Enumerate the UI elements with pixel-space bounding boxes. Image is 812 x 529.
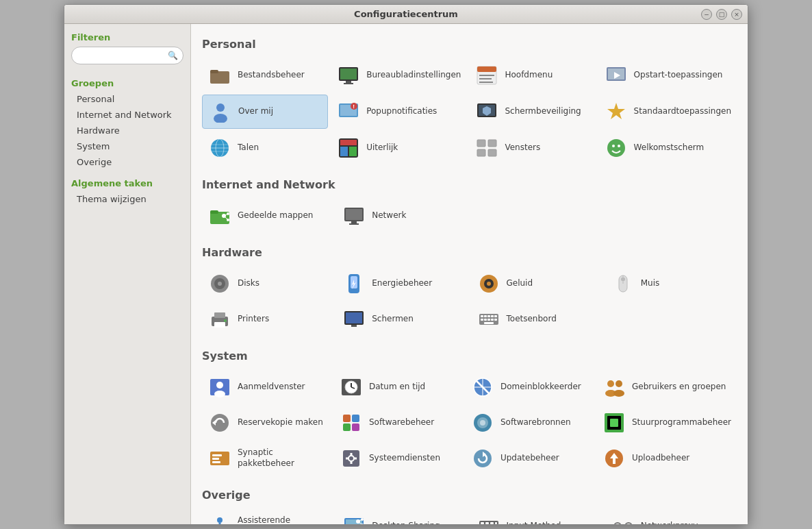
- item-toetsenbord[interactable]: Toetsenbord: [471, 303, 602, 336]
- minimize-button[interactable]: −: [701, 9, 712, 20]
- input-method-label: Input Method: [507, 521, 561, 524]
- item-netwerkproxy[interactable]: Netwerkproxy: [605, 510, 737, 524]
- energiebeheer-icon: [342, 271, 366, 296]
- vensters-icon: [474, 136, 499, 160]
- gebruikers-groepen-label: Gebruikers en groepen: [632, 382, 726, 393]
- item-vensters[interactable]: Vensters: [469, 132, 595, 164]
- systeemdiensten-icon: [339, 446, 364, 471]
- svg-rect-68: [351, 325, 357, 327]
- item-stuurprogrammabeheer[interactable]: Stuurprogrammabeheer: [596, 406, 737, 439]
- systeemdiensten-label: Systeemdiensten: [369, 453, 440, 464]
- item-talen[interactable]: Talen: [202, 132, 328, 164]
- svg-rect-71: [484, 315, 487, 317]
- content-area: Filteren 🔍 Groepen Personal Internet and…: [64, 24, 748, 524]
- svg-point-140: [614, 523, 621, 524]
- svg-rect-76: [484, 319, 487, 321]
- item-systeemdiensten[interactable]: Systeemdiensten: [333, 442, 462, 475]
- item-aanmeldvenster[interactable]: Aanmeldvenster: [202, 371, 331, 404]
- section-grid-system: AanmeldvensterDatum en tijdDomeinblokkee…: [202, 371, 737, 475]
- item-assisterende[interactable]: Assisterende technologieën: [202, 510, 333, 524]
- svg-rect-29: [340, 140, 357, 145]
- svg-rect-78: [491, 319, 494, 321]
- item-uiterlijk[interactable]: Uiterlijk: [331, 132, 466, 164]
- sidebar-item-system[interactable]: System: [71, 138, 183, 154]
- item-disks[interactable]: Disks: [202, 267, 333, 300]
- window-controls: − □ ×: [701, 9, 742, 20]
- item-gebruikers-groepen[interactable]: Gebruikers en groepen: [596, 371, 737, 404]
- item-softwarebeheer[interactable]: Softwarebeheer: [333, 406, 462, 439]
- svg-rect-30: [340, 147, 348, 156]
- item-schermbeveiliging[interactable]: Schermbeveiliging: [469, 95, 595, 129]
- item-updatebeheer[interactable]: Updatebeheer: [465, 442, 594, 475]
- svg-point-105: [480, 420, 485, 426]
- softwarebronnen-icon: [470, 410, 495, 435]
- popupnotificaties-label: Popupnotificaties: [366, 106, 437, 117]
- toetsenbord-label: Toetsenbord: [507, 314, 557, 325]
- domeinblokkeerder-icon: [470, 375, 495, 399]
- svg-rect-40: [210, 210, 218, 214]
- item-reservekopie[interactable]: Reservekopie maken: [202, 406, 331, 439]
- input-method-icon: [477, 514, 501, 524]
- section-grid-hardware: DisksEnergiebeheerGeluidMuisPrintersSche…: [202, 267, 737, 336]
- svg-rect-135: [490, 522, 494, 524]
- svg-rect-8: [479, 75, 494, 76]
- sidebar-item-internet[interactable]: Internet and Network: [71, 107, 183, 123]
- item-uploadbeheer[interactable]: Uploadbeheer: [596, 442, 737, 475]
- titlebar: Configuratiecentrum − □ ×: [64, 5, 748, 24]
- tasks-label: Algemene taken: [71, 178, 183, 188]
- hoofdmenu-icon: [474, 63, 499, 88]
- item-hoofdmenu[interactable]: Hoofdmenu: [469, 59, 595, 92]
- item-softwarebronnen[interactable]: Softwarebronnen: [465, 406, 594, 439]
- item-muis[interactable]: Muis: [605, 267, 737, 300]
- item-gedeelde-mappen[interactable]: Gedeelde mappen: [202, 199, 333, 232]
- section-header-internet: Internet and Network: [202, 178, 737, 191]
- item-printers[interactable]: Printers: [202, 303, 333, 336]
- tasks-section: Algemene taken Thema wijzigen: [64, 173, 190, 210]
- sidebar-item-personal[interactable]: Personal: [71, 91, 183, 107]
- item-desktop-sharing[interactable]: Desktop Sharing: [336, 510, 468, 524]
- item-netwerk[interactable]: Netwerk: [336, 199, 468, 232]
- datum-tijd-label: Datum en tijd: [369, 382, 425, 393]
- item-welkomstscherm[interactable]: Welkomstscherm: [598, 132, 737, 164]
- svg-rect-74: [494, 315, 497, 317]
- close-button[interactable]: ×: [731, 9, 742, 20]
- item-popupnotificaties[interactable]: !Popupnotificaties: [331, 95, 466, 129]
- schermen-label: Schermen: [372, 314, 414, 325]
- uploadbeheer-label: Uploadbeheer: [632, 453, 689, 464]
- opstart-toepassingen-label: Opstart-toepassingen: [634, 70, 723, 81]
- item-over-mij[interactable]: Over mij: [202, 95, 328, 129]
- item-bureaubladinstellingen[interactable]: Bureaubladinstellingen: [331, 59, 466, 92]
- stuurprogrammabeheer-label: Stuurprogrammabeheer: [632, 417, 731, 428]
- item-opstart-toepassingen[interactable]: Opstart-toepassingen: [598, 59, 737, 92]
- standaardtoepassingen-label: Standaardtoepassingen: [634, 106, 731, 117]
- item-synaptic[interactable]: Synaptic pakketbeheer: [202, 442, 331, 475]
- svg-rect-79: [494, 319, 497, 321]
- sidebar-item-overige[interactable]: Overige: [71, 154, 183, 170]
- item-standaardtoepassingen[interactable]: Standaardtoepassingen: [598, 95, 737, 129]
- assisterende-icon: [207, 514, 232, 524]
- search-input[interactable]: [71, 47, 183, 64]
- item-domeinblokkeerder[interactable]: Domeinblokkeerder: [465, 371, 594, 404]
- section-grid-overige: Assisterende technologieënDesktop Sharin…: [202, 510, 737, 524]
- maximize-button[interactable]: □: [716, 9, 727, 20]
- filter-label: Filteren: [71, 32, 183, 42]
- svg-point-36: [607, 139, 625, 157]
- groups-section: Groepen Personal Internet and Network Ha…: [64, 73, 190, 173]
- hoofdmenu-label: Hoofdmenu: [505, 70, 553, 81]
- main-window: Configuratiecentrum − □ × Filteren 🔍 Gro…: [64, 4, 748, 525]
- desktop-sharing-label: Desktop Sharing: [372, 521, 440, 524]
- item-input-method[interactable]: Input Method: [471, 510, 602, 524]
- svg-point-82: [216, 382, 223, 389]
- svg-rect-4: [346, 81, 351, 83]
- item-energiebeheer[interactable]: Energiebeheer: [336, 267, 468, 300]
- sidebar-item-hardware[interactable]: Hardware: [71, 123, 183, 138]
- sidebar-item-theme[interactable]: Thema wijzigen: [71, 191, 183, 207]
- item-datum-tijd[interactable]: Datum en tijd: [333, 371, 462, 404]
- item-geluid[interactable]: Geluid: [471, 267, 602, 300]
- svg-rect-67: [346, 312, 362, 323]
- filter-section: Filteren 🔍: [64, 32, 190, 73]
- item-schermen[interactable]: Schermen: [336, 303, 468, 336]
- item-bestandsbeheer[interactable]: Bestandsbeheer: [202, 59, 328, 92]
- svg-rect-72: [487, 315, 490, 317]
- svg-rect-35: [488, 149, 496, 156]
